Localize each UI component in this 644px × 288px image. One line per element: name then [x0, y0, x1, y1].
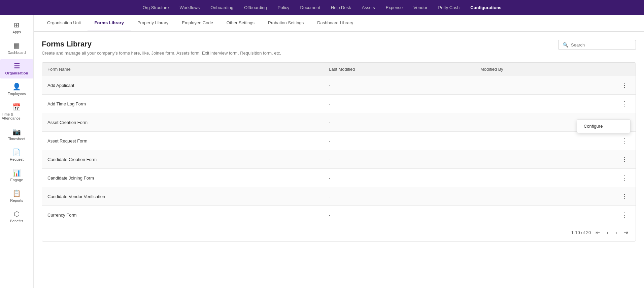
actions-cell: ⋮ [613, 169, 636, 187]
top-nav: Org StructureWorkflowsOnboardingOffboard… [0, 0, 644, 15]
more-actions-btn[interactable]: ⋮ [619, 173, 630, 182]
top-nav-item-expense[interactable]: Expense [380, 0, 408, 15]
modified-by-cell [475, 95, 613, 113]
dropdown-item-configure[interactable]: Configure [577, 120, 630, 133]
sidebar-item-engage[interactable]: 📊Engage [0, 166, 33, 185]
last-modified-cell: - [324, 187, 475, 206]
top-nav-item-petty-cash[interactable]: Petty Cash [433, 0, 465, 15]
last-modified-cell: - [324, 113, 475, 132]
top-nav-item-document[interactable]: Document [295, 0, 326, 15]
col-modified-by: Modified By [475, 63, 613, 76]
last-modified-cell: - [324, 95, 475, 113]
sidebar-item-benefits[interactable]: ⬡Benefits [0, 207, 33, 226]
last-modified-cell: - [324, 169, 475, 187]
page-content: Forms Library Create and manage all your… [34, 32, 644, 288]
top-nav-item-offboarding[interactable]: Offboarding [239, 0, 272, 15]
main-layout: ⊞Apps▦Dashboard☰Organisation👤Employees📅T… [0, 15, 644, 288]
table-row: Candidate Creation Form-⋮ [42, 150, 636, 169]
sidebar-item-label: Organisation [5, 71, 28, 75]
top-nav-item-workflows[interactable]: Workflows [174, 0, 205, 15]
sidebar-item-time-attendance[interactable]: 📅Time & Attendance [0, 100, 33, 124]
more-actions-btn[interactable]: ⋮ [619, 81, 630, 90]
last-modified-cell: - [324, 206, 475, 224]
modified-by-cell [475, 206, 613, 224]
dashboard-icon: ▦ [13, 42, 20, 49]
top-nav-item-policy[interactable]: Policy [272, 0, 295, 15]
sidebar-item-label: Request [10, 157, 24, 161]
form-name-cell: Candidate Creation Form [42, 150, 324, 169]
modified-by-cell [475, 150, 613, 169]
forms-table-container: Form Name Last Modified Modified By Add … [42, 62, 636, 242]
modified-by-cell [475, 169, 613, 187]
apps-icon: ⊞ [14, 22, 20, 28]
sidebar-item-label: Employees [7, 92, 26, 96]
more-actions-btn[interactable]: ⋮ [619, 192, 630, 201]
actions-cell: ⋮ [613, 206, 636, 224]
pagination-prev-btn[interactable]: ‹ [605, 229, 610, 236]
top-nav-item-vendor[interactable]: Vendor [408, 0, 433, 15]
actions-cell: ⋮ [613, 95, 636, 113]
tab-property-library[interactable]: Property Library [131, 15, 175, 31]
more-actions-btn[interactable]: ⋮ [619, 155, 630, 164]
page-title: Forms Library [42, 40, 281, 49]
tab-dashboard-library[interactable]: Dashboard Library [310, 15, 360, 31]
top-nav-item-onboarding[interactable]: Onboarding [205, 0, 239, 15]
dropdown-menu: Configure [577, 119, 631, 133]
form-name-cell: Candidate Vendor Verification [42, 187, 324, 206]
engage-icon: 📊 [12, 169, 21, 176]
table-row: Currency Form-⋮ [42, 206, 636, 224]
organisation-icon: ☰ [14, 63, 20, 69]
sidebar-item-label: Engage [10, 178, 23, 182]
content-area: Organisation UnitForms LibraryProperty L… [34, 15, 644, 288]
timesheet-icon: 📷 [12, 128, 21, 135]
more-actions-btn[interactable]: ⋮ [619, 136, 630, 145]
sidebar-item-label: Apps [12, 30, 21, 34]
actions-cell: ⋮ [613, 187, 636, 206]
sidebar-item-reports[interactable]: 📋Reports [0, 187, 33, 206]
time-attendance-icon: 📅 [12, 104, 21, 110]
pagination-next-btn[interactable]: › [613, 229, 619, 236]
benefits-icon: ⬡ [14, 211, 20, 217]
forms-table: Form Name Last Modified Modified By Add … [42, 63, 636, 224]
tab-employee-code[interactable]: Employee Code [175, 15, 220, 31]
modified-by-cell [475, 76, 613, 95]
search-input[interactable] [571, 42, 632, 47]
sidebar-item-timesheet[interactable]: 📷Timesheet [0, 125, 33, 144]
sidebar-item-dashboard[interactable]: ▦Dashboard [0, 39, 33, 58]
top-nav-item-assets[interactable]: Assets [357, 0, 380, 15]
more-actions-btn[interactable]: ⋮ [619, 211, 630, 219]
table-row: Asset Creation Form-⋮ [42, 113, 636, 132]
pagination-last-btn[interactable]: ⇥ [622, 229, 630, 236]
last-modified-cell: - [324, 132, 475, 150]
table-row: Asset Request Form-⋮ [42, 132, 636, 150]
form-name-cell: Currency Form [42, 206, 324, 224]
col-actions [613, 63, 636, 76]
pagination-first-btn[interactable]: ⇤ [594, 229, 602, 236]
page-header-text: Forms Library Create and manage all your… [42, 40, 281, 56]
table-row: Add Time Log Form-⋮ [42, 95, 636, 113]
last-modified-cell: - [324, 76, 475, 95]
tab-organisation-unit[interactable]: Organisation Unit [40, 15, 88, 31]
table-header-row: Form Name Last Modified Modified By [42, 63, 636, 76]
sidebar-item-label: Time & Attendance [2, 112, 32, 120]
top-nav-item-org-structure[interactable]: Org Structure [137, 0, 174, 15]
search-box[interactable]: 🔍 [558, 40, 636, 50]
pagination-info: 1-10 of 20 [571, 230, 591, 235]
form-name-cell: Add Applicant [42, 76, 324, 95]
sidebar-item-request[interactable]: 📄Request [0, 146, 33, 165]
tab-forms-library[interactable]: Forms Library [88, 15, 130, 31]
col-last-modified: Last Modified [324, 63, 475, 76]
top-nav-item-configurations[interactable]: Configurations [465, 0, 507, 15]
sidebar-item-apps[interactable]: ⊞Apps [0, 18, 33, 37]
form-name-cell: Asset Request Form [42, 132, 324, 150]
employees-icon: 👤 [12, 83, 21, 90]
top-nav-item-help-desk[interactable]: Help Desk [326, 0, 357, 15]
sidebar-item-employees[interactable]: 👤Employees [0, 80, 33, 99]
more-actions-btn[interactable]: ⋮ [619, 99, 630, 108]
modified-by-cell [475, 132, 613, 150]
table-row: Add Applicant-⋮ [42, 76, 636, 95]
tab-probation-settings[interactable]: Probation Settings [261, 15, 310, 31]
sidebar-item-organisation[interactable]: ☰Organisation [0, 59, 33, 78]
tab-other-settings[interactable]: Other Settings [220, 15, 261, 31]
request-icon: 📄 [12, 149, 21, 156]
